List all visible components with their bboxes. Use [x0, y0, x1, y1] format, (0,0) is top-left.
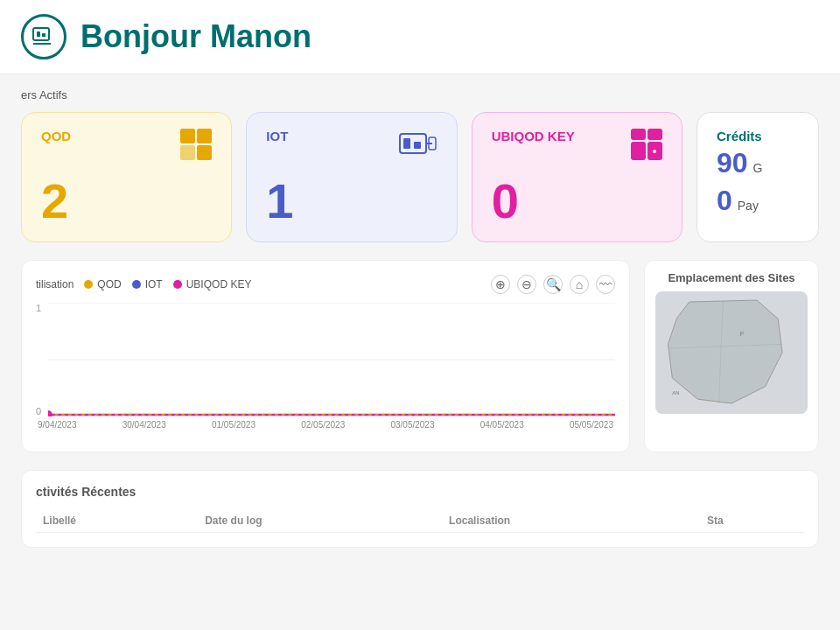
chart-date-2: 01/05/2023: [212, 420, 256, 430]
col-date-log: Date du log: [198, 509, 442, 533]
legend-iot: IOT: [132, 278, 163, 290]
card-ubiqod-value: 0: [492, 177, 662, 226]
activities-header-row: Libellé Date du log Localisation Sta: [36, 509, 804, 533]
card-ubiqod: UBIQOD KEY 0: [472, 112, 682, 242]
ubiqod-icon: [631, 129, 662, 160]
map-title: Emplacement des Sites: [655, 271, 808, 284]
svg-text:AN: AN: [672, 390, 679, 396]
card-credits: Crédits 90 G 0 Pay: [696, 112, 819, 242]
chart-trend-btn[interactable]: 〰: [596, 275, 615, 294]
credits-row-pay: 0 Pay: [717, 185, 799, 217]
chart-date-1: 30/04/2023: [122, 420, 166, 430]
main-content: ers Actifs QOD 2 IOT: [0, 74, 840, 562]
col-libelle: Libellé: [36, 509, 198, 533]
chart-and-map-row: tilisation QOD IOT UBIQOD KEY ⊕ ⊖ 🔍: [21, 260, 819, 452]
chart-date-4: 03/05/2023: [390, 420, 434, 430]
legend-dot-iot: [132, 280, 141, 289]
card-credits-header: Crédits: [717, 129, 799, 144]
chart-date-6: 05/05/2023: [570, 420, 613, 430]
france-map-svg: F AN: [655, 291, 808, 414]
card-iot: IOT 1: [246, 112, 457, 242]
legend-label-iot: IOT: [145, 278, 163, 290]
credits-section: 90 G 0 Pay: [717, 144, 799, 226]
chart-home-btn[interactable]: ⌂: [570, 275, 589, 294]
col-localisation: Localisation: [442, 509, 700, 533]
card-credits-label: Crédits: [717, 129, 762, 144]
card-iot-label: IOT: [266, 129, 288, 144]
credits-pay-number: 0: [717, 185, 732, 217]
page-header: Bonjour Manon: [0, 0, 840, 74]
iot-icon: [399, 129, 438, 160]
chart-svg: [48, 303, 615, 416]
legend-dot-qod: [84, 280, 93, 289]
activities-table: Libellé Date du log Localisation Sta: [36, 509, 804, 533]
col-status: Sta: [700, 509, 804, 533]
app-logo: [21, 14, 66, 60]
legend-qod: QOD: [84, 278, 121, 290]
card-qod-value: 2: [41, 177, 212, 226]
credits-pay-label: Pay: [738, 199, 759, 213]
svg-marker-13: [668, 300, 783, 403]
chart-zoom-out-btn[interactable]: ⊖: [517, 275, 536, 294]
chart-date-0: 9/04/2023: [38, 420, 77, 430]
chart-dates: 9/04/2023 30/04/2023 01/05/2023 02/05/20…: [36, 420, 615, 430]
svg-point-12: [48, 410, 52, 416]
svg-rect-5: [403, 138, 410, 149]
card-iot-value: 1: [266, 177, 437, 226]
card-qod-header: QOD: [41, 129, 212, 160]
svg-rect-2: [42, 33, 46, 37]
svg-text:F: F: [740, 330, 745, 338]
chart-container: tilisation QOD IOT UBIQOD KEY ⊕ ⊖ 🔍: [21, 260, 630, 452]
svg-rect-0: [33, 28, 49, 40]
activities-title: ctivités Récentes: [36, 485, 804, 499]
chart-y-min: 0: [36, 406, 41, 416]
chart-y-max: 1: [36, 303, 41, 313]
chart-search-btn[interactable]: 🔍: [543, 275, 563, 294]
map-container: Emplacement des Sites F AN: [644, 260, 819, 452]
credits-g-label: G: [753, 161, 763, 175]
card-ubiqod-header: UBIQOD KEY: [492, 129, 662, 160]
chart-date-3: 02/05/2023: [301, 420, 345, 430]
credits-row-g: 90 G: [717, 147, 799, 179]
svg-rect-1: [37, 32, 40, 37]
legend-label-ubiqod: UBIQOD KEY: [186, 278, 252, 290]
chart-utilisation-label: tilisation: [36, 278, 74, 290]
chart-date-5: 04/05/2023: [480, 420, 524, 430]
chart-zoom-in-btn[interactable]: ⊕: [491, 275, 510, 294]
credits-number: 90: [717, 147, 748, 179]
card-qod: QOD 2: [21, 112, 232, 242]
card-iot-header: IOT: [266, 129, 437, 160]
chart-controls: ⊕ ⊖ 🔍 ⌂ 〰: [491, 275, 615, 294]
page-title: Bonjour Manon: [80, 18, 312, 55]
card-ubiqod-label: UBIQOD KEY: [492, 129, 575, 144]
svg-rect-6: [414, 142, 421, 149]
legend-ubiqod: UBIQOD KEY: [173, 278, 252, 290]
activities-section: ctivités Récentes Libellé Date du log Lo…: [21, 470, 819, 548]
card-qod-label: QOD: [41, 129, 71, 144]
qod-icon: [180, 129, 212, 160]
legend-label-qod: QOD: [97, 278, 121, 290]
cards-row: QOD 2 IOT: [21, 112, 819, 242]
map-image: F AN: [655, 291, 808, 414]
section-actifs-label: ers Actifs: [21, 88, 819, 102]
legend-dot-ubiqod: [173, 280, 182, 289]
activities-thead: Libellé Date du log Localisation Sta: [36, 509, 804, 533]
